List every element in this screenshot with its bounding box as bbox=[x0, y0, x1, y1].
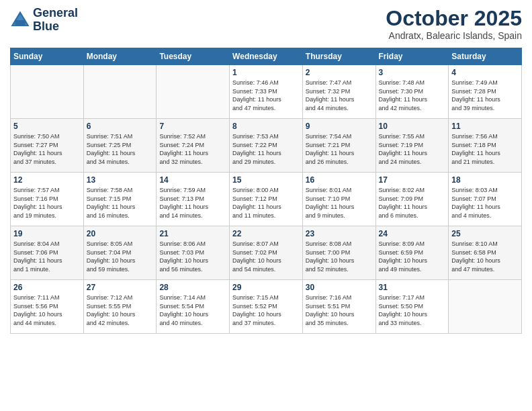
day-number: 29 bbox=[232, 283, 300, 292]
day-number: 17 bbox=[379, 175, 446, 185]
day-number: 3 bbox=[379, 68, 446, 77]
day-number: 12 bbox=[13, 175, 81, 185]
page: General Blue October 2025 Andratx, Balea… bbox=[0, 0, 532, 411]
day-info: Sunrise: 7:15 AMSunset: 5:52 PMDaylight:… bbox=[232, 293, 300, 327]
calendar-cell: 20Sunrise: 8:05 AMSunset: 7:04 PMDayligh… bbox=[83, 226, 157, 280]
day-info: Sunrise: 7:49 AMSunset: 7:28 PMDaylight:… bbox=[451, 79, 519, 112]
day-info: Sunrise: 7:55 AMSunset: 7:19 PMDaylight:… bbox=[379, 132, 446, 166]
week-row: 12Sunrise: 7:57 AMSunset: 7:16 PMDayligh… bbox=[11, 173, 522, 226]
day-info: Sunrise: 7:51 AMSunset: 7:25 PMDaylight:… bbox=[87, 132, 154, 166]
calendar-cell bbox=[449, 280, 522, 334]
day-number: 25 bbox=[451, 229, 519, 238]
day-number: 5 bbox=[13, 122, 81, 131]
calendar-cell: 5Sunrise: 7:50 AMSunset: 7:27 PMDaylight… bbox=[11, 119, 84, 173]
day-info: Sunrise: 7:52 AMSunset: 7:24 PMDaylight:… bbox=[159, 132, 226, 166]
calendar-body: 1Sunrise: 7:46 AMSunset: 7:33 PMDaylight… bbox=[11, 65, 522, 334]
day-info: Sunrise: 8:03 AMSunset: 7:07 PMDaylight:… bbox=[451, 186, 519, 220]
day-info: Sunrise: 7:58 AMSunset: 7:15 PMDaylight:… bbox=[87, 186, 154, 220]
day-number: 23 bbox=[306, 229, 373, 238]
day-number: 28 bbox=[159, 283, 226, 292]
calendar-cell: 17Sunrise: 8:02 AMSunset: 7:09 PMDayligh… bbox=[375, 173, 449, 226]
day-number: 15 bbox=[232, 175, 300, 185]
calendar-header: SundayMondayTuesdayWednesdayThursdayFrid… bbox=[11, 48, 522, 65]
day-info: Sunrise: 8:10 AMSunset: 6:58 PMDaylight:… bbox=[451, 240, 519, 273]
header-day: Wednesday bbox=[230, 48, 303, 65]
day-info: Sunrise: 7:17 AMSunset: 5:50 PMDaylight:… bbox=[379, 293, 446, 327]
calendar-cell bbox=[83, 65, 157, 119]
day-number: 13 bbox=[87, 175, 154, 185]
calendar-cell: 14Sunrise: 7:59 AMSunset: 7:13 PMDayligh… bbox=[157, 173, 230, 226]
day-number: 20 bbox=[87, 229, 154, 238]
day-info: Sunrise: 8:08 AMSunset: 7:00 PMDaylight:… bbox=[306, 240, 373, 273]
week-row: 19Sunrise: 8:04 AMSunset: 7:06 PMDayligh… bbox=[11, 226, 522, 280]
calendar-cell bbox=[157, 65, 230, 119]
day-number: 26 bbox=[13, 283, 81, 292]
day-number: 7 bbox=[159, 122, 226, 131]
day-number: 8 bbox=[232, 122, 300, 131]
day-info: Sunrise: 7:48 AMSunset: 7:30 PMDaylight:… bbox=[379, 79, 446, 112]
header-day: Thursday bbox=[302, 48, 375, 65]
calendar-cell: 27Sunrise: 7:12 AMSunset: 5:55 PMDayligh… bbox=[83, 280, 157, 334]
calendar-cell: 18Sunrise: 8:03 AMSunset: 7:07 PMDayligh… bbox=[449, 173, 522, 226]
day-number: 19 bbox=[13, 229, 81, 238]
calendar-cell: 26Sunrise: 7:11 AMSunset: 5:56 PMDayligh… bbox=[11, 280, 84, 334]
day-info: Sunrise: 8:02 AMSunset: 7:09 PMDaylight:… bbox=[379, 186, 446, 220]
calendar-cell: 13Sunrise: 7:58 AMSunset: 7:15 PMDayligh… bbox=[83, 173, 157, 226]
calendar-cell: 16Sunrise: 8:01 AMSunset: 7:10 PMDayligh… bbox=[302, 173, 375, 226]
header-day: Saturday bbox=[449, 48, 522, 65]
day-number: 18 bbox=[451, 175, 519, 185]
calendar-cell: 2Sunrise: 7:47 AMSunset: 7:32 PMDaylight… bbox=[302, 65, 375, 119]
logo-line1: General bbox=[33, 7, 78, 20]
calendar-subtitle: Andratx, Balearic Islands, Spain bbox=[386, 30, 522, 41]
day-number: 2 bbox=[306, 68, 373, 77]
calendar-cell bbox=[11, 65, 84, 119]
header-day: Monday bbox=[83, 48, 157, 65]
day-info: Sunrise: 7:50 AMSunset: 7:27 PMDaylight:… bbox=[13, 132, 81, 166]
calendar-cell: 4Sunrise: 7:49 AMSunset: 7:28 PMDaylight… bbox=[449, 65, 522, 119]
calendar-cell: 9Sunrise: 7:54 AMSunset: 7:21 PMDaylight… bbox=[302, 119, 375, 173]
day-info: Sunrise: 7:57 AMSunset: 7:16 PMDaylight:… bbox=[13, 186, 81, 220]
week-row: 5Sunrise: 7:50 AMSunset: 7:27 PMDaylight… bbox=[11, 119, 522, 173]
day-info: Sunrise: 8:06 AMSunset: 7:03 PMDaylight:… bbox=[159, 240, 226, 273]
calendar-cell: 12Sunrise: 7:57 AMSunset: 7:16 PMDayligh… bbox=[11, 173, 84, 226]
calendar-cell: 1Sunrise: 7:46 AMSunset: 7:33 PMDaylight… bbox=[230, 65, 303, 119]
header-day: Tuesday bbox=[157, 48, 230, 65]
week-row: 1Sunrise: 7:46 AMSunset: 7:33 PMDaylight… bbox=[11, 65, 522, 119]
week-row: 26Sunrise: 7:11 AMSunset: 5:56 PMDayligh… bbox=[11, 280, 522, 334]
day-number: 11 bbox=[451, 122, 519, 131]
calendar-cell: 29Sunrise: 7:15 AMSunset: 5:52 PMDayligh… bbox=[230, 280, 303, 334]
calendar-cell: 22Sunrise: 8:07 AMSunset: 7:02 PMDayligh… bbox=[230, 226, 303, 280]
calendar-cell: 21Sunrise: 8:06 AMSunset: 7:03 PMDayligh… bbox=[157, 226, 230, 280]
day-number: 21 bbox=[159, 229, 226, 238]
calendar-cell: 23Sunrise: 8:08 AMSunset: 7:00 PMDayligh… bbox=[302, 226, 375, 280]
day-info: Sunrise: 8:07 AMSunset: 7:02 PMDaylight:… bbox=[232, 240, 300, 273]
header-row: SundayMondayTuesdayWednesdayThursdayFrid… bbox=[11, 48, 522, 65]
day-info: Sunrise: 7:47 AMSunset: 7:32 PMDaylight:… bbox=[306, 79, 373, 112]
header: General Blue October 2025 Andratx, Balea… bbox=[10, 7, 522, 41]
day-info: Sunrise: 7:59 AMSunset: 7:13 PMDaylight:… bbox=[159, 186, 226, 220]
day-number: 9 bbox=[306, 122, 373, 131]
calendar-cell: 24Sunrise: 8:09 AMSunset: 6:59 PMDayligh… bbox=[375, 226, 449, 280]
day-number: 16 bbox=[306, 175, 373, 185]
day-number: 30 bbox=[306, 283, 373, 292]
calendar-cell: 3Sunrise: 7:48 AMSunset: 7:30 PMDaylight… bbox=[375, 65, 449, 119]
day-number: 24 bbox=[379, 229, 446, 238]
calendar-cell: 10Sunrise: 7:55 AMSunset: 7:19 PMDayligh… bbox=[375, 119, 449, 173]
day-info: Sunrise: 8:01 AMSunset: 7:10 PMDaylight:… bbox=[306, 186, 373, 220]
day-info: Sunrise: 8:04 AMSunset: 7:06 PMDaylight:… bbox=[13, 240, 81, 273]
logo-line2: Blue bbox=[33, 20, 78, 34]
calendar-cell: 7Sunrise: 7:52 AMSunset: 7:24 PMDaylight… bbox=[157, 119, 230, 173]
calendar-cell: 31Sunrise: 7:17 AMSunset: 5:50 PMDayligh… bbox=[375, 280, 449, 334]
svg-rect-2 bbox=[15, 20, 26, 26]
calendar-cell: 8Sunrise: 7:53 AMSunset: 7:22 PMDaylight… bbox=[230, 119, 303, 173]
day-number: 27 bbox=[87, 283, 154, 292]
day-number: 14 bbox=[159, 175, 226, 185]
day-number: 10 bbox=[379, 122, 446, 131]
day-info: Sunrise: 7:54 AMSunset: 7:21 PMDaylight:… bbox=[306, 132, 373, 166]
title-block: October 2025 Andratx, Balearic Islands, … bbox=[386, 7, 522, 41]
day-info: Sunrise: 7:16 AMSunset: 5:51 PMDaylight:… bbox=[306, 293, 373, 327]
day-info: Sunrise: 7:11 AMSunset: 5:56 PMDaylight:… bbox=[13, 293, 81, 327]
day-info: Sunrise: 8:00 AMSunset: 7:12 PMDaylight:… bbox=[232, 186, 300, 220]
header-day: Friday bbox=[375, 48, 449, 65]
calendar-cell: 30Sunrise: 7:16 AMSunset: 5:51 PMDayligh… bbox=[302, 280, 375, 334]
